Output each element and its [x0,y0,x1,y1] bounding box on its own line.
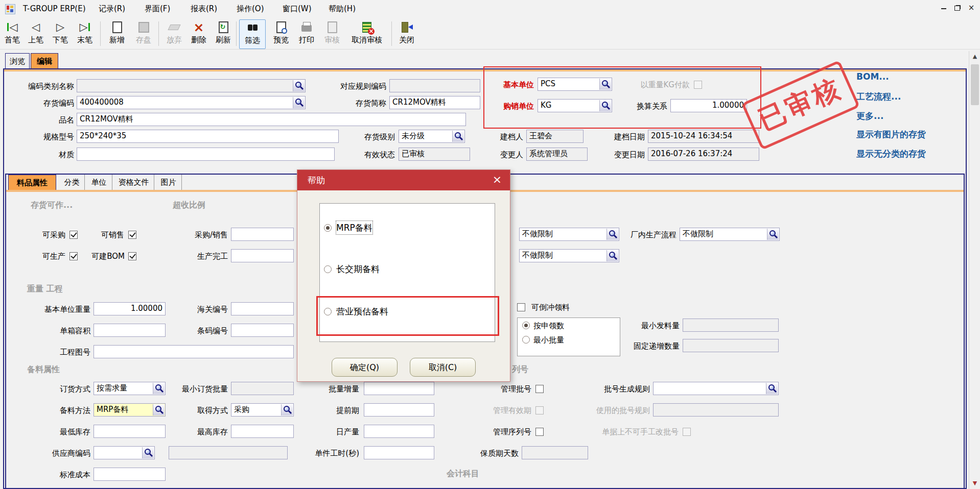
tab-browse[interactable]: 浏览 [5,53,30,68]
barcode-field[interactable] [231,324,294,337]
lookup-icon[interactable] [606,229,618,240]
box-volume-field[interactable] [94,324,166,337]
item-name-field[interactable]: CR12MOV精料 [77,113,466,126]
lead-time-field[interactable] [364,403,434,417]
link-bom[interactable]: BOM... [856,71,889,82]
lookup-icon[interactable] [606,250,618,261]
backflush-checkbox[interactable] [517,303,525,311]
tab-edit[interactable]: 编辑 [31,53,58,68]
producible-checkbox[interactable] [69,252,78,260]
menu-help[interactable]: 帮助(H) [329,3,356,15]
tab-units[interactable]: 单位 [86,175,112,190]
toolbar-new-button[interactable]: 新增 [105,19,129,48]
dialog-ok-button[interactable]: 确定(Q) [332,358,398,377]
menu-report[interactable]: 报表(R) [191,3,217,15]
base-weight-field[interactable]: 1.00000 [94,302,166,315]
trade-unit-field[interactable]: KG [538,99,612,112]
option-mrp-radio[interactable] [324,224,332,232]
tab-qualification-files[interactable]: 资格文件 [113,175,154,190]
spec-field[interactable]: 250*240*35 [77,130,339,143]
lookup-icon[interactable] [599,79,611,90]
prep-method-field[interactable]: MRP备料 [94,403,166,417]
by-request-radio[interactable] [522,322,530,329]
lookup-icon[interactable] [281,404,293,415]
min-batch-radio[interactable] [522,336,530,344]
minimize-button[interactable] [938,3,949,13]
lookup-icon[interactable] [452,131,464,142]
menu-tgroup-erp[interactable]: T-GROUP ERP(E) [23,3,86,15]
option-long-leadtime-radio[interactable] [324,265,332,273]
scrollbar-thumb[interactable] [971,64,979,105]
code-category-field[interactable] [77,79,306,92]
purchasable-checkbox[interactable] [69,231,78,239]
manage-batch-checkbox[interactable] [535,385,544,393]
scroll-up-icon[interactable]: ▲ [969,51,980,62]
menu-interface[interactable]: 界面(F) [145,3,170,15]
scroll-down-icon[interactable]: ▼ [969,478,980,489]
help-dialog-titlebar[interactable]: 帮助 [297,170,510,190]
rule-code-field[interactable] [389,79,480,92]
min-stock-field[interactable] [94,425,166,438]
sellable-checkbox[interactable] [128,231,136,239]
tab-classification[interactable]: 分类 [59,175,85,190]
unit-hours-field[interactable] [364,446,434,459]
supplier-code-field[interactable] [94,446,155,459]
menu-operation[interactable]: 操作(O) [237,3,264,15]
std-cost-field[interactable] [94,468,166,481]
daily-output-field[interactable] [364,425,434,438]
dialog-cancel-button[interactable]: 取消(C) [410,358,476,377]
lookup-icon[interactable] [293,97,305,108]
item-abbr-field[interactable]: CR12MOV精料 [389,96,480,109]
item-code-field[interactable]: 400400008 [77,96,306,109]
restriction2-field[interactable]: 不做限制 [519,249,619,262]
acquire-mode-field[interactable]: 采购 [231,403,294,417]
manage-serial-checkbox[interactable] [535,428,544,436]
toolbar-refresh-button[interactable]: 刷新 [212,19,235,48]
lookup-icon[interactable] [153,404,165,415]
toolbar-delete-button[interactable]: × 删除 [187,19,211,48]
toolbar-next-record-button[interactable]: ▷ 下笔 [49,19,72,48]
restriction1-field[interactable]: 不做限制 [519,228,619,241]
toolbar-first-record-button[interactable]: ◁ 首笔 [1,19,24,48]
lookup-icon[interactable] [293,80,305,91]
close-window-button[interactable]: × [966,3,977,13]
toolbar-previous-record-button[interactable]: ◁ 上笔 [25,19,47,48]
drawing-no-field[interactable] [94,345,294,358]
option-mrp-label[interactable]: MRP备料 [336,221,372,234]
restore-button[interactable] [951,3,963,13]
material-field[interactable] [77,148,335,161]
link-more[interactable]: 更多... [856,110,883,122]
dialog-close-icon[interactable]: × [489,170,505,190]
toolbar-preview-button[interactable]: 预览 [269,19,293,48]
toolbar-cancel-audit-button[interactable]: 取消审核 [345,19,388,48]
customs-code-field[interactable] [231,302,294,315]
lookup-icon[interactable] [153,383,165,394]
toolbar-filter-button[interactable]: 筛选 [239,19,266,49]
link-show-items-with-images[interactable]: 显示有图片的存货 [856,129,926,140]
level-field[interactable]: 未分级 [399,130,465,143]
link-process-flow[interactable]: 工艺流程... [856,91,901,103]
batch-increment-field[interactable] [364,382,434,395]
option-long-leadtime-label[interactable]: 长交期备料 [336,262,380,276]
order-mode-field[interactable]: 按需求量 [94,382,166,395]
batch-rule-field[interactable] [653,382,779,395]
vertical-scrollbar[interactable]: ▲ ▼ [969,51,980,489]
purchase-sale-field[interactable] [231,228,294,241]
lookup-icon[interactable] [767,229,779,240]
tab-images[interactable]: 图片 [155,175,182,190]
conversion-field[interactable]: 1.00000 [670,99,747,112]
prod-finish-field[interactable] [231,249,294,262]
menu-window[interactable]: 窗口(W) [283,3,312,15]
lookup-icon[interactable] [766,383,778,394]
base-unit-field[interactable]: PCS [538,78,612,91]
bomable-checkbox[interactable] [128,252,136,260]
max-stock-field[interactable] [231,425,294,438]
lookup-icon[interactable] [599,100,611,111]
menu-record[interactable]: 记录(R) [99,3,125,15]
link-show-unclassified-items[interactable]: 显示无分类的存货 [856,148,926,160]
toolbar-last-record-button[interactable]: ▷ 末笔 [74,19,96,48]
factory-flow-field[interactable]: 不做限制 [680,228,780,241]
tab-item-attributes[interactable]: 料品属性 [8,175,56,190]
toolbar-print-button[interactable]: 打印 [294,19,319,48]
lookup-icon[interactable] [142,447,154,458]
